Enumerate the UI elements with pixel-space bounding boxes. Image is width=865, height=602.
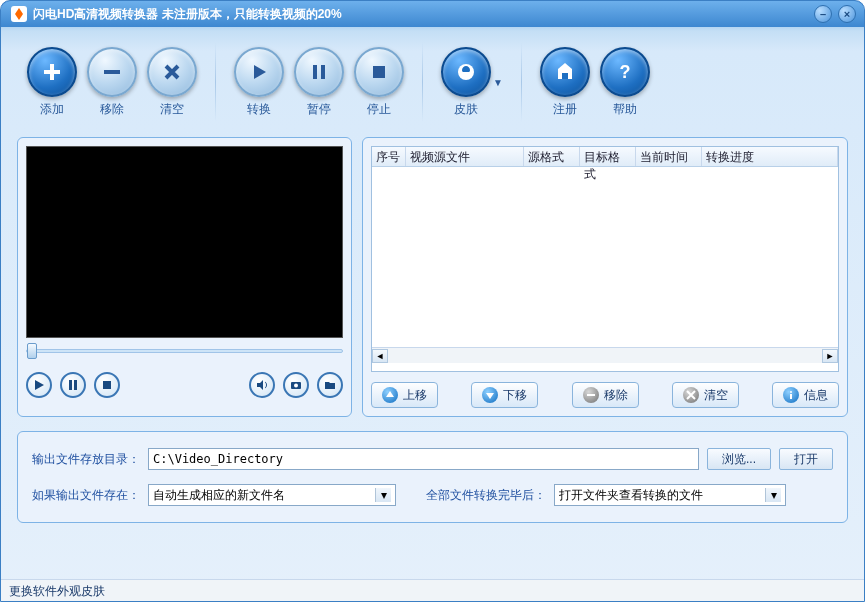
close-button[interactable]: × <box>838 5 856 23</box>
app-window: 闪电HD高清视频转换器 未注册版本，只能转换视频的20% – × 添加 移除 清… <box>0 0 865 602</box>
stop-icon[interactable] <box>94 372 120 398</box>
convert-button[interactable]: 转换 <box>234 47 284 118</box>
seek-slider[interactable] <box>26 349 343 353</box>
chevron-down-icon: ▾ <box>375 488 391 502</box>
register-button[interactable]: 注册 <box>540 47 590 118</box>
open-button[interactable]: 打开 <box>779 448 833 470</box>
svg-marker-0 <box>15 8 23 20</box>
col-time[interactable]: 当前时间 <box>636 147 702 166</box>
titlebar[interactable]: 闪电HD高清视频转换器 未注册版本，只能转换视频的20% – × <box>1 1 864 27</box>
toolbar: 添加 移除 清空 转换 暂停 停止 <box>1 27 864 137</box>
window-title: 闪电HD高清视频转换器 未注册版本，只能转换视频的20% <box>33 6 342 23</box>
snapshot-icon[interactable] <box>283 372 309 398</box>
svg-marker-13 <box>257 380 263 390</box>
folder-icon[interactable] <box>317 372 343 398</box>
register-label: 注册 <box>553 101 577 118</box>
col-index[interactable]: 序号 <box>372 147 406 166</box>
scroll-left-icon[interactable]: ◄ <box>372 349 388 363</box>
svg-marker-2 <box>254 65 266 79</box>
app-icon <box>11 6 27 22</box>
down-arrow-icon <box>482 387 498 403</box>
play-icon[interactable] <box>26 372 52 398</box>
volume-icon[interactable] <box>249 372 275 398</box>
statusbar: 更换软件外观皮肤 <box>1 579 864 601</box>
svg-rect-20 <box>790 394 792 399</box>
clear-button[interactable]: 清空 <box>147 47 197 118</box>
preview-panel <box>17 137 352 417</box>
stop-button[interactable]: 停止 <box>354 47 404 118</box>
pause-button[interactable]: 暂停 <box>294 47 344 118</box>
minimize-button[interactable]: – <box>814 5 832 23</box>
output-dir-label: 输出文件存放目录： <box>32 451 140 468</box>
svg-rect-1 <box>104 70 120 74</box>
list-remove-button[interactable]: 移除 <box>572 382 639 408</box>
convert-label: 转换 <box>247 101 271 118</box>
col-source[interactable]: 视频源文件 <box>406 147 524 166</box>
svg-point-19 <box>790 391 792 393</box>
svg-rect-3 <box>313 65 317 79</box>
info-button[interactable]: 信息 <box>772 382 839 408</box>
seek-thumb[interactable] <box>27 343 37 359</box>
add-label: 添加 <box>40 101 64 118</box>
svg-marker-16 <box>386 391 394 397</box>
list-clear-button[interactable]: 清空 <box>672 382 739 408</box>
pause-label: 暂停 <box>307 101 331 118</box>
remove-label: 移除 <box>100 101 124 118</box>
file-table: 序号 视频源文件 源格式 目标格式 当前时间 转换进度 ◄ ► <box>371 146 839 372</box>
col-progress[interactable]: 转换进度 <box>702 147 838 166</box>
chevron-down-icon: ▾ <box>765 488 781 502</box>
skin-label: 皮肤 <box>454 101 478 118</box>
exist-select[interactable]: 自动生成相应的新文件名 ▾ <box>148 484 396 506</box>
browse-button[interactable]: 浏览... <box>707 448 771 470</box>
svg-rect-18 <box>587 394 595 396</box>
help-button[interactable]: ? 帮助 <box>600 47 650 118</box>
remove-button[interactable]: 移除 <box>87 47 137 118</box>
after-select[interactable]: 打开文件夹查看转换的文件 ▾ <box>554 484 786 506</box>
info-icon <box>783 387 799 403</box>
file-list-panel: 序号 视频源文件 源格式 目标格式 当前时间 转换进度 ◄ ► 上移 下移 移除 <box>362 137 848 417</box>
svg-rect-7 <box>562 73 568 79</box>
clear-label: 清空 <box>160 101 184 118</box>
svg-rect-10 <box>69 380 72 390</box>
up-arrow-icon <box>382 387 398 403</box>
add-button[interactable]: 添加 <box>27 47 77 118</box>
svg-marker-9 <box>35 380 44 390</box>
svg-rect-11 <box>74 380 77 390</box>
output-dir-input[interactable] <box>148 448 699 470</box>
svg-marker-17 <box>486 393 494 399</box>
help-label: 帮助 <box>613 101 637 118</box>
col-tgtfmt[interactable]: 目标格式 <box>580 147 636 166</box>
col-srcfmt[interactable]: 源格式 <box>524 147 580 166</box>
skin-dropdown-arrow[interactable]: ▼ <box>493 77 503 88</box>
svg-text:?: ? <box>619 62 630 82</box>
move-down-button[interactable]: 下移 <box>471 382 538 408</box>
exist-label: 如果输出文件存在： <box>32 487 140 504</box>
after-label: 全部文件转换完毕后： <box>426 487 546 504</box>
svg-point-15 <box>294 384 298 388</box>
svg-rect-4 <box>321 65 325 79</box>
skin-button[interactable]: 皮肤 <box>441 47 491 118</box>
pause-icon[interactable] <box>60 372 86 398</box>
video-preview <box>26 146 343 338</box>
output-panel: 输出文件存放目录： 浏览... 打开 如果输出文件存在： 自动生成相应的新文件名… <box>17 431 848 523</box>
stop-label: 停止 <box>367 101 391 118</box>
horizontal-scrollbar[interactable]: ◄ ► <box>372 347 838 363</box>
scroll-right-icon[interactable]: ► <box>822 349 838 363</box>
move-up-button[interactable]: 上移 <box>371 382 438 408</box>
status-text: 更换软件外观皮肤 <box>9 584 105 598</box>
svg-rect-5 <box>373 66 385 78</box>
minus-icon <box>583 387 599 403</box>
svg-rect-12 <box>103 381 111 389</box>
table-body[interactable] <box>372 167 838 347</box>
x-icon <box>683 387 699 403</box>
